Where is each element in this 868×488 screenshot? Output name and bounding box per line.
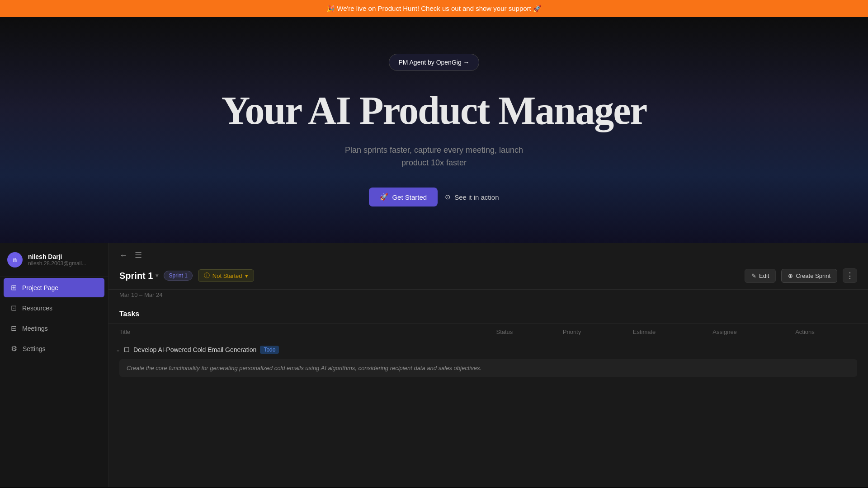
task-estimate xyxy=(626,340,706,360)
task-description: Create the core functionality for genera… xyxy=(119,359,857,377)
task-checkbox-icon[interactable]: ☐ xyxy=(124,346,130,353)
sidebar-item-project-page[interactable]: ⊞ Project Page xyxy=(4,278,104,297)
sidebar-item-label: Meetings xyxy=(22,325,48,332)
avatar: n xyxy=(7,252,23,267)
sidebar-nav: ⊞ Project Page ⊡ Resources ⊟ Meetings ⚙ … xyxy=(0,277,108,359)
user-name: nilesh Darji xyxy=(28,253,86,260)
sprint-badge[interactable]: Sprint 1 xyxy=(164,271,192,281)
task-title-text: Develop AI-Powered Cold Email Generation xyxy=(133,346,256,353)
status-chevron-icon: ▾ xyxy=(245,272,248,279)
hero-section: PM Agent by OpenGig → Your AI Product Ma… xyxy=(0,17,868,243)
meetings-icon: ⊟ xyxy=(11,324,17,333)
promo-banner: 🎉 We're live on Product Hunt! Check us o… xyxy=(0,0,868,17)
task-priority xyxy=(556,340,626,360)
task-status xyxy=(489,340,555,360)
col-estimate: Estimate xyxy=(626,324,706,340)
plus-circle-icon: ⊕ xyxy=(788,272,793,279)
project-page-icon: ⊞ xyxy=(11,283,17,292)
back-button[interactable]: ← xyxy=(118,249,129,262)
pm-agent-label: PM Agent by OpenGig → xyxy=(398,59,469,66)
hero-subtitle: Plan sprints faster, capture every meeti… xyxy=(345,144,523,170)
hero-title: Your AI Product Manager xyxy=(222,89,647,133)
sprint-title-area: Sprint 1 ▾ Sprint 1 ⓘ Not Started ▾ xyxy=(119,269,739,282)
play-icon: ⊙ xyxy=(445,193,451,201)
settings-icon: ⚙ xyxy=(11,344,17,353)
sidebar-item-label: Project Page xyxy=(22,284,58,291)
more-options-button[interactable]: ⋮ xyxy=(843,268,857,283)
banner-text: 🎉 We're live on Product Hunt! Check us o… xyxy=(326,5,542,12)
user-email: nilesh.28.2003@gmail... xyxy=(28,260,86,267)
create-sprint-button[interactable]: ⊕ Create Sprint xyxy=(781,269,837,283)
user-profile[interactable]: n nilesh Darji nilesh.28.2003@gmail... xyxy=(0,243,108,277)
task-actions xyxy=(788,340,868,360)
hero-cta-group: 🚀 Get Started ⊙ See it in action xyxy=(369,188,499,206)
task-assignee xyxy=(705,340,788,360)
col-priority: Priority xyxy=(556,324,626,340)
sprint-header: Sprint 1 ▾ Sprint 1 ⓘ Not Started ▾ ✎ Ed… xyxy=(108,262,868,290)
sprint-dates: Mar 10 – Mar 24 xyxy=(108,290,868,305)
main-content: ← ☰ Sprint 1 ▾ Sprint 1 ⓘ Not Started ▾ … xyxy=(108,243,868,487)
see-action-button[interactable]: ⊙ See it in action xyxy=(445,193,499,201)
col-assignee: Assignee xyxy=(705,324,788,340)
collapse-icon[interactable]: ⌄ xyxy=(116,347,120,353)
sprint-title: Sprint 1 ▾ xyxy=(119,271,158,281)
sidebar-item-resources[interactable]: ⊡ Resources xyxy=(4,298,104,318)
pm-agent-button[interactable]: PM Agent by OpenGig → xyxy=(389,54,479,71)
rocket-icon: 🚀 xyxy=(380,193,388,201)
app-section: n nilesh Darji nilesh.28.2003@gmail... ⊞… xyxy=(0,243,868,487)
edit-icon: ✎ xyxy=(751,272,756,279)
menu-button[interactable]: ☰ xyxy=(133,249,144,262)
sidebar-item-label: Settings xyxy=(23,345,46,352)
table-row: ⌄ ☐ Develop AI-Powered Cold Email Genera… xyxy=(108,340,868,360)
tasks-table: Title Status Priority Estimate Assignee … xyxy=(108,324,868,359)
sidebar-item-meetings[interactable]: ⊟ Meetings xyxy=(4,319,104,338)
status-info-icon: ⓘ xyxy=(204,272,210,280)
header-actions: ✎ Edit ⊕ Create Sprint ⋮ xyxy=(745,268,857,283)
tasks-heading: Tasks xyxy=(108,305,868,324)
col-title: Title xyxy=(108,324,489,340)
resources-icon: ⊡ xyxy=(11,304,17,312)
sidebar-item-label: Resources xyxy=(22,305,52,312)
status-label: Not Started xyxy=(212,272,242,279)
sidebar-item-settings[interactable]: ⚙ Settings xyxy=(4,339,104,358)
task-status-badge: Todo xyxy=(260,346,279,354)
get-started-button[interactable]: 🚀 Get Started xyxy=(369,188,438,206)
sidebar: n nilesh Darji nilesh.28.2003@gmail... ⊞… xyxy=(0,243,108,487)
col-actions: Actions xyxy=(788,324,868,340)
user-details: nilesh Darji nilesh.28.2003@gmail... xyxy=(28,253,86,267)
table-header-row: Title Status Priority Estimate Assignee … xyxy=(108,324,868,340)
edit-button[interactable]: ✎ Edit xyxy=(745,269,776,283)
status-badge[interactable]: ⓘ Not Started ▾ xyxy=(198,269,254,282)
sprint-dropdown-icon[interactable]: ▾ xyxy=(156,272,158,279)
col-status: Status xyxy=(489,324,555,340)
task-title-cell: ⌄ ☐ Develop AI-Powered Cold Email Genera… xyxy=(108,340,489,360)
